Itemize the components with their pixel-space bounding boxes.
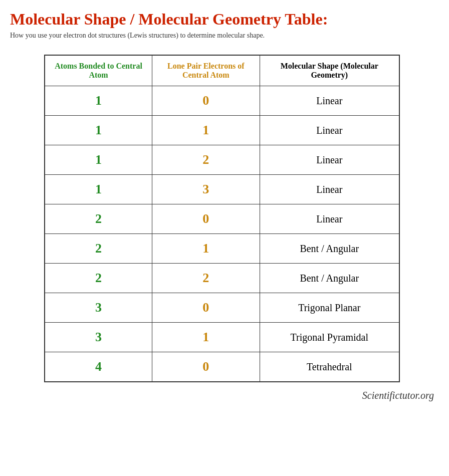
table-row: 13Linear bbox=[45, 175, 399, 204]
cell-lone-pair: 3 bbox=[152, 175, 260, 204]
header-atoms: Atoms Bonded to Central Atom bbox=[45, 55, 152, 86]
table-row: 40Tetrahedral bbox=[45, 352, 399, 382]
cell-shape: Linear bbox=[260, 175, 399, 204]
cell-lone-pair: 1 bbox=[152, 323, 260, 352]
cell-shape: Linear bbox=[260, 204, 399, 234]
cell-shape: Trigonal Pyramidal bbox=[260, 323, 399, 352]
table-row: 20Linear bbox=[45, 204, 399, 234]
cell-atoms: 1 bbox=[45, 116, 152, 145]
cell-lone-pair: 2 bbox=[152, 145, 260, 175]
cell-lone-pair: 0 bbox=[152, 86, 260, 116]
table-row: 12Linear bbox=[45, 145, 399, 175]
table-container: Atoms Bonded to Central Atom Lone Pair E… bbox=[44, 55, 400, 382]
subtitle: How you use your electron dot structures… bbox=[10, 32, 434, 40]
cell-lone-pair: 0 bbox=[152, 293, 260, 323]
table-row: 22Bent / Angular bbox=[45, 264, 399, 293]
cell-shape: Linear bbox=[260, 86, 399, 116]
cell-shape: Linear bbox=[260, 145, 399, 175]
cell-atoms: 2 bbox=[45, 204, 152, 234]
cell-shape: Bent / Angular bbox=[260, 234, 399, 264]
cell-lone-pair: 1 bbox=[152, 116, 260, 145]
cell-atoms: 3 bbox=[45, 293, 152, 323]
header-lone-pair: Lone Pair Electrons of Central Atom bbox=[152, 55, 260, 86]
cell-atoms: 3 bbox=[45, 323, 152, 352]
cell-shape: Trigonal Planar bbox=[260, 293, 399, 323]
cell-shape: Bent / Angular bbox=[260, 264, 399, 293]
cell-shape: Linear bbox=[260, 116, 399, 145]
header-shape: Molecular Shape (Molecular Geometry) bbox=[260, 55, 399, 86]
molecular-geometry-table: Atoms Bonded to Central Atom Lone Pair E… bbox=[44, 55, 400, 382]
cell-atoms: 1 bbox=[45, 86, 152, 116]
cell-atoms: 2 bbox=[45, 234, 152, 264]
cell-lone-pair: 2 bbox=[152, 264, 260, 293]
table-row: 21Bent / Angular bbox=[45, 234, 399, 264]
cell-atoms: 1 bbox=[45, 175, 152, 204]
table-row: 10Linear bbox=[45, 86, 399, 116]
cell-lone-pair: 0 bbox=[152, 204, 260, 234]
page-title: Molecular Shape / Molecular Geometry Tab… bbox=[10, 10, 434, 29]
table-header-row: Atoms Bonded to Central Atom Lone Pair E… bbox=[45, 55, 399, 86]
cell-atoms: 2 bbox=[45, 264, 152, 293]
cell-shape: Tetrahedral bbox=[260, 352, 399, 382]
table-row: 11Linear bbox=[45, 116, 399, 145]
cell-lone-pair: 1 bbox=[152, 234, 260, 264]
cell-atoms: 4 bbox=[45, 352, 152, 382]
table-row: 31Trigonal Pyramidal bbox=[45, 323, 399, 352]
cell-lone-pair: 0 bbox=[152, 352, 260, 382]
footer: Scientifictutor.org bbox=[10, 390, 434, 401]
cell-atoms: 1 bbox=[45, 145, 152, 175]
table-row: 30Trigonal Planar bbox=[45, 293, 399, 323]
